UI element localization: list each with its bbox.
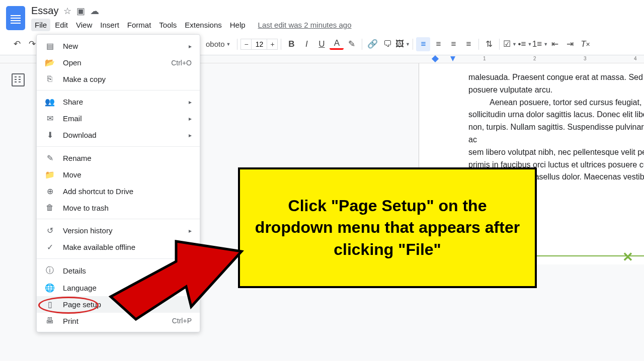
info-icon: ⓘ <box>45 265 55 276</box>
menu-insert[interactable]: Insert <box>97 19 123 31</box>
menu-help[interactable]: Help <box>226 19 249 31</box>
folder-icon: 📂 <box>45 58 55 67</box>
download-icon: ⬇ <box>45 130 55 140</box>
menu-download[interactable]: ⬇Download▸ <box>37 127 200 143</box>
clear-format-icon[interactable]: T× <box>578 37 592 51</box>
ruler-mark: 3 <box>584 56 587 61</box>
svg-marker-0 <box>111 241 242 319</box>
italic-icon[interactable]: I <box>299 37 313 51</box>
menu-move-trash[interactable]: 🗑Move to trash <box>37 200 200 216</box>
menu-tools[interactable]: Tools <box>155 19 180 31</box>
callout-text: Click "Page Setup" on the dropdown menu … <box>254 195 521 260</box>
numbered-list-icon[interactable]: 1≡▼ <box>533 37 547 51</box>
comment-icon[interactable]: 🗨 <box>380 37 394 51</box>
page-break-close-icon[interactable]: ✕ <box>622 249 633 265</box>
share-icon: 👥 <box>45 97 55 107</box>
font-size-decrease[interactable]: − <box>240 39 252 50</box>
annotation-arrow <box>101 226 247 327</box>
ruler-mark: 4 <box>634 56 637 61</box>
menu-open[interactable]: 📂OpenCtrl+O <box>37 54 200 71</box>
menu-share[interactable]: 👥Share▸ <box>37 94 200 110</box>
checklist-icon[interactable]: ☑▼ <box>503 37 517 51</box>
menu-format[interactable]: Format <box>124 19 155 31</box>
outline-icon[interactable] <box>12 73 25 86</box>
copy-icon: ⎘ <box>45 74 55 83</box>
menu-move[interactable]: 📁Move <box>37 166 200 183</box>
shortcut-icon: ⊕ <box>45 187 55 196</box>
indent-increase-icon[interactable]: ⇥ <box>563 37 577 51</box>
move-folder-icon: 📁 <box>45 170 55 179</box>
doc-icon: ▤ <box>45 41 55 51</box>
cloud-icon[interactable]: ☁ <box>90 6 99 17</box>
ruler-mark: 2 <box>533 56 536 61</box>
docs-logo[interactable] <box>6 6 25 30</box>
text-color-icon[interactable]: A <box>330 39 344 50</box>
globe-icon: 🌐 <box>45 283 55 293</box>
align-justify-icon[interactable]: ≡ <box>461 37 475 51</box>
font-size-increase[interactable]: + <box>267 39 278 50</box>
page-icon: ▯ <box>45 300 55 309</box>
last-edit-link[interactable]: Last edit was 2 minutes ago <box>258 19 352 31</box>
align-right-icon[interactable]: ≡ <box>446 37 460 51</box>
menu-edit[interactable]: Edit <box>51 19 71 31</box>
image-icon[interactable]: 🖼▼ <box>395 37 410 51</box>
submenu-arrow-icon: ▸ <box>189 43 192 50</box>
history-icon: ↺ <box>45 226 55 235</box>
email-icon: ✉ <box>45 114 55 123</box>
align-left-icon[interactable]: ≡ <box>416 37 430 51</box>
offline-icon: ✓ <box>45 242 55 252</box>
trash-icon: 🗑 <box>45 203 55 212</box>
menu-add-shortcut[interactable]: ⊕Add shortcut to Drive <box>37 183 200 200</box>
annotation-callout: Click "Page Setup" on the dropdown menu … <box>238 167 537 288</box>
font-size-value[interactable]: 12 <box>252 39 267 50</box>
menu-view[interactable]: View <box>72 19 96 31</box>
menu-make-copy[interactable]: ⎘Make a copy <box>37 71 200 87</box>
menubar: File Edit View Insert Format Tools Exten… <box>31 19 638 31</box>
ruler-mark: 1 <box>483 56 486 61</box>
link-icon[interactable]: 🔗 <box>365 37 379 51</box>
line-spacing-icon[interactable]: ⇅ <box>482 37 496 51</box>
move-icon[interactable]: ▣ <box>76 6 85 17</box>
highlight-icon[interactable]: ✎ <box>345 37 359 51</box>
rename-icon: ✎ <box>45 153 55 163</box>
menu-email[interactable]: ✉Email▸ <box>37 110 200 127</box>
star-icon[interactable]: ☆ <box>63 6 71 17</box>
align-center-icon[interactable]: ≡ <box>431 37 445 51</box>
print-icon: 🖶 <box>45 316 55 325</box>
undo-icon[interactable]: ↶ <box>10 37 24 51</box>
menu-file[interactable]: File <box>31 19 50 31</box>
menu-rename[interactable]: ✎Rename <box>37 150 200 166</box>
indent-decrease-icon[interactable]: ⇤ <box>548 37 562 51</box>
menu-new[interactable]: ▤New▸ <box>37 38 200 54</box>
doc-title[interactable]: Essay <box>31 5 58 17</box>
bulleted-list-icon[interactable]: •≡▼ <box>518 37 532 51</box>
menu-extensions[interactable]: Extensions <box>181 19 225 31</box>
underline-icon[interactable]: U <box>314 37 329 51</box>
bold-icon[interactable]: B <box>284 37 298 51</box>
font-family-select[interactable]: oboto▼ <box>202 38 234 50</box>
body-text[interactable]: malesuada. Praesent congue erat at massa… <box>419 71 644 184</box>
